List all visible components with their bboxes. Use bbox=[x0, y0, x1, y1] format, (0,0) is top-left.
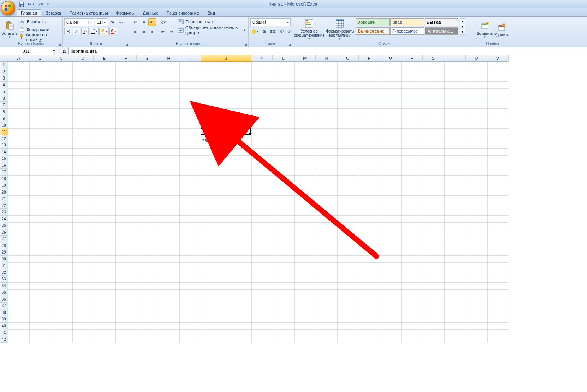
cell[interactable] bbox=[72, 242, 94, 249]
cell[interactable] bbox=[158, 323, 179, 330]
cell[interactable] bbox=[316, 109, 337, 115]
cell[interactable] bbox=[294, 262, 316, 269]
cell[interactable] bbox=[137, 216, 158, 223]
cell[interactable] bbox=[294, 189, 316, 196]
cell[interactable] bbox=[401, 75, 423, 82]
cell[interactable] bbox=[201, 249, 251, 256]
cell[interactable] bbox=[137, 242, 158, 249]
cell[interactable] bbox=[359, 182, 380, 189]
number-format-combo[interactable]: Общий▾ bbox=[250, 18, 291, 26]
cell[interactable] bbox=[51, 169, 72, 176]
row-header[interactable]: 34 bbox=[0, 283, 8, 290]
cell[interactable] bbox=[251, 115, 273, 122]
cell[interactable] bbox=[51, 336, 72, 343]
cell[interactable] bbox=[487, 109, 509, 115]
cell[interactable] bbox=[179, 269, 201, 276]
cell[interactable] bbox=[115, 242, 137, 249]
cell[interactable] bbox=[137, 309, 158, 316]
cell[interactable] bbox=[337, 176, 359, 182]
cell[interactable] bbox=[51, 176, 72, 182]
bold-button[interactable]: Ж bbox=[64, 28, 72, 35]
row-header[interactable]: 29 bbox=[0, 249, 8, 256]
cell[interactable] bbox=[380, 269, 401, 276]
cell[interactable] bbox=[201, 296, 251, 303]
cell[interactable] bbox=[273, 202, 294, 209]
cell[interactable] bbox=[423, 236, 444, 242]
cell[interactable] bbox=[273, 289, 294, 296]
cell[interactable] bbox=[251, 309, 273, 316]
cell[interactable] bbox=[29, 82, 51, 89]
cell[interactable] bbox=[72, 82, 94, 89]
cell[interactable] bbox=[444, 289, 466, 296]
font-launcher-icon[interactable]: ◢ bbox=[124, 42, 129, 47]
cell[interactable] bbox=[158, 182, 179, 189]
cell[interactable] bbox=[137, 296, 158, 303]
cell[interactable] bbox=[444, 115, 466, 122]
cell[interactable] bbox=[380, 216, 401, 223]
cell[interactable] bbox=[201, 62, 251, 68]
cell[interactable] bbox=[401, 88, 423, 95]
cell[interactable] bbox=[466, 283, 487, 290]
cell[interactable] bbox=[273, 323, 294, 330]
cell[interactable] bbox=[444, 195, 466, 202]
cell[interactable] bbox=[158, 236, 179, 242]
cell[interactable] bbox=[316, 202, 337, 209]
cell[interactable] bbox=[337, 182, 359, 189]
style-scroll-down-icon[interactable]: ▾ bbox=[460, 24, 465, 29]
row-header[interactable]: 10 bbox=[0, 122, 8, 129]
cell[interactable] bbox=[487, 68, 509, 75]
cell[interactable] bbox=[8, 276, 29, 283]
cell[interactable] bbox=[179, 75, 201, 82]
cell[interactable] bbox=[401, 316, 423, 323]
cell[interactable] bbox=[137, 195, 158, 202]
column-header[interactable]: Q bbox=[380, 55, 401, 62]
cell[interactable] bbox=[273, 122, 294, 129]
cell[interactable] bbox=[251, 189, 273, 196]
cell[interactable] bbox=[294, 142, 316, 149]
cell[interactable] bbox=[137, 316, 158, 323]
cell[interactable] bbox=[51, 75, 72, 82]
cell[interactable] bbox=[466, 209, 487, 216]
cell[interactable] bbox=[273, 195, 294, 202]
cell[interactable] bbox=[294, 236, 316, 242]
cell[interactable] bbox=[115, 176, 137, 182]
cell[interactable] bbox=[72, 115, 94, 122]
cell[interactable] bbox=[115, 122, 137, 129]
cell[interactable] bbox=[294, 229, 316, 236]
cell[interactable] bbox=[137, 256, 158, 263]
tab-формулы[interactable]: Формулы bbox=[112, 9, 139, 16]
qat-customize-icon[interactable]: ▾ bbox=[47, 2, 49, 7]
cell[interactable] bbox=[8, 236, 29, 242]
cell[interactable] bbox=[72, 323, 94, 330]
align-bottom-icon[interactable]: ≡⁻ bbox=[148, 18, 156, 26]
cell[interactable] bbox=[72, 102, 94, 109]
cell[interactable] bbox=[158, 296, 179, 303]
cell[interactable] bbox=[380, 209, 401, 216]
cell[interactable] bbox=[29, 169, 51, 176]
cell[interactable] bbox=[273, 162, 294, 169]
cell[interactable] bbox=[94, 309, 115, 316]
column-header[interactable]: S bbox=[423, 55, 444, 62]
cell[interactable] bbox=[273, 296, 294, 303]
cell[interactable] bbox=[251, 249, 273, 256]
cell[interactable] bbox=[72, 88, 94, 95]
cell[interactable] bbox=[115, 149, 137, 156]
cell[interactable] bbox=[337, 296, 359, 303]
cell[interactable] bbox=[423, 128, 444, 135]
style-calculation[interactable]: Вычисление bbox=[356, 27, 390, 35]
cell[interactable] bbox=[179, 303, 201, 309]
cell[interactable] bbox=[94, 176, 115, 182]
cell[interactable] bbox=[201, 142, 251, 149]
cell[interactable] bbox=[359, 309, 380, 316]
cell[interactable] bbox=[137, 269, 158, 276]
cell[interactable] bbox=[423, 155, 444, 162]
cell[interactable] bbox=[294, 309, 316, 316]
cell[interactable] bbox=[115, 128, 137, 135]
cell[interactable] bbox=[273, 269, 294, 276]
increase-decimal-icon[interactable]: ,0⁺ bbox=[278, 28, 286, 35]
cell[interactable] bbox=[179, 229, 201, 236]
cell[interactable] bbox=[294, 269, 316, 276]
cell[interactable] bbox=[251, 283, 273, 290]
cell[interactable] bbox=[201, 162, 251, 169]
cell[interactable] bbox=[444, 303, 466, 309]
